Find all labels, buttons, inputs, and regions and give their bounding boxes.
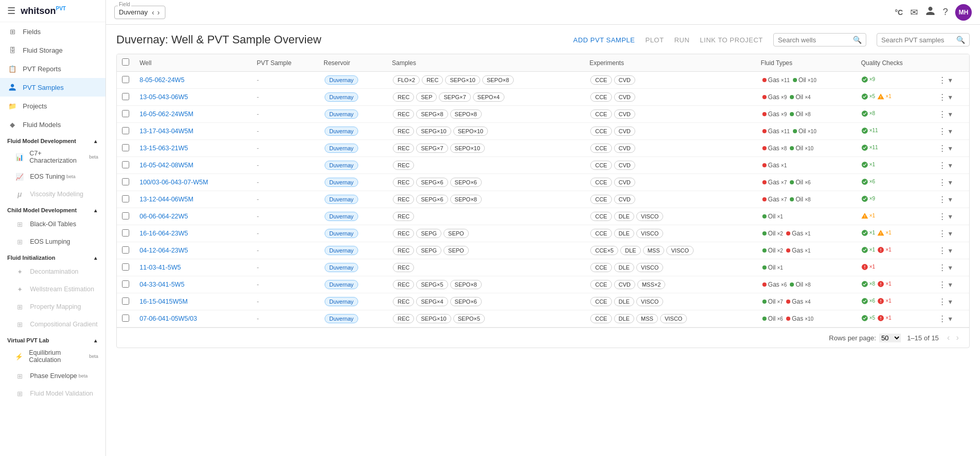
- expand-row-button[interactable]: ▾: [948, 212, 952, 221]
- sidebar-item-equilibrium[interactable]: ⚡ Equilibrium Calculation beta: [0, 345, 105, 367]
- field-next-button[interactable]: ›: [156, 8, 161, 17]
- add-pvt-sample-button[interactable]: ADD PVT SAMPLE: [573, 36, 635, 44]
- more-options-button[interactable]: ⋮: [938, 297, 946, 307]
- more-options-button[interactable]: ⋮: [938, 75, 946, 85]
- expand-row-button[interactable]: ▾: [948, 127, 952, 135]
- more-options-button[interactable]: ⋮: [938, 280, 946, 290]
- sidebar-item-fluid-validation[interactable]: ⊞ Fluid Model Validation: [0, 385, 105, 402]
- run-button[interactable]: RUN: [674, 36, 690, 44]
- row-checkbox[interactable]: [122, 229, 129, 237]
- section-fluid-init[interactable]: Fluid Initialization ▲: [0, 250, 105, 263]
- sidebar-item-eos-tuning[interactable]: 📈 EOS Tuning beta: [0, 168, 105, 185]
- row-checkbox[interactable]: [122, 315, 129, 322]
- more-options-button[interactable]: ⋮: [938, 229, 946, 239]
- row-checkbox[interactable]: [122, 93, 129, 100]
- message-icon[interactable]: ✉: [910, 7, 918, 18]
- section-child-model-dev[interactable]: Child Model Development ▲: [0, 203, 105, 215]
- sidebar-item-c7-char[interactable]: 📊 C7+ Characterization beta: [0, 146, 105, 168]
- experiment-chip: CVD: [614, 178, 635, 187]
- search-wells-box[interactable]: 🔍: [773, 33, 866, 46]
- sidebar-item-eos-lumping[interactable]: ⊞ EOS Lumping: [0, 233, 105, 250]
- rows-per-page-select[interactable]: 50 25 100: [879, 334, 901, 342]
- row-checkbox[interactable]: [122, 178, 129, 185]
- cell-quality-checks: ×6 ×1: [856, 293, 933, 310]
- row-checkbox[interactable]: [122, 76, 129, 83]
- expand-row-button[interactable]: ▾: [948, 76, 952, 84]
- sidebar-item-projects[interactable]: 📁 Projects: [0, 97, 105, 115]
- expand-row-button[interactable]: ▾: [948, 195, 952, 203]
- sidebar-item-wellstream[interactable]: ✦ Wellstream Estimation: [0, 280, 105, 298]
- search-samples-input[interactable]: [881, 36, 953, 44]
- temperature-icon[interactable]: °C: [895, 8, 903, 17]
- hamburger-icon[interactable]: ☰: [7, 5, 16, 17]
- cell-well: 07-06-041-05W5/03: [134, 310, 252, 327]
- sidebar-item-fields[interactable]: ⊞ Fields: [0, 22, 105, 41]
- more-options-button[interactable]: ⋮: [938, 161, 946, 170]
- cell-fluid-types: Oil ×1: [756, 208, 856, 225]
- help-icon[interactable]: ?: [943, 7, 948, 18]
- chevron-up-icon[interactable]: ▲: [93, 138, 98, 144]
- sidebar-item-phase-envelope[interactable]: ⊞ Phase Envelope beta: [0, 367, 105, 385]
- expand-row-button[interactable]: ▾: [948, 246, 952, 255]
- more-options-button[interactable]: ⋮: [938, 109, 946, 119]
- more-options-button[interactable]: ⋮: [938, 92, 946, 102]
- field-selector[interactable]: Field Duvernay ‹ ›: [114, 6, 165, 19]
- cell-samples: RECSEPG×6SEPO×6: [387, 174, 584, 191]
- more-options-button[interactable]: ⋮: [938, 212, 946, 222]
- chevron-up-icon[interactable]: ▲: [93, 208, 98, 213]
- chevron-up-icon[interactable]: ▲: [93, 255, 98, 261]
- expand-row-button[interactable]: ▾: [948, 315, 952, 323]
- expand-row-button[interactable]: ▾: [948, 297, 952, 306]
- sidebar-item-label: Fluid Storage: [23, 46, 63, 54]
- more-options-button[interactable]: ⋮: [938, 314, 946, 324]
- sidebar-item-fluid-storage[interactable]: 🗄 Fluid Storage: [0, 41, 105, 59]
- expand-row-button[interactable]: ▾: [948, 93, 952, 101]
- more-options-button[interactable]: ⋮: [938, 144, 946, 153]
- gas-dot: [786, 248, 790, 253]
- more-options-button[interactable]: ⋮: [938, 127, 946, 136]
- link-to-project-button[interactable]: LINK TO PROJECT: [700, 36, 763, 44]
- row-checkbox[interactable]: [122, 212, 129, 219]
- row-checkbox[interactable]: [122, 280, 129, 288]
- more-options-button[interactable]: ⋮: [938, 246, 946, 256]
- row-checkbox[interactable]: [122, 127, 129, 134]
- row-checkbox[interactable]: [122, 110, 129, 117]
- row-checkbox[interactable]: [122, 195, 129, 202]
- row-checkbox[interactable]: [122, 263, 129, 271]
- sidebar-item-decontamination[interactable]: ✦ Decontamination: [0, 263, 105, 280]
- select-all-checkbox[interactable]: [122, 58, 129, 66]
- row-checkbox[interactable]: [122, 144, 129, 151]
- section-virtual-pvt-lab[interactable]: Virtual PVT Lab ▲: [0, 333, 105, 345]
- sidebar-item-pvt-reports[interactable]: 📋 PVT Reports: [0, 59, 105, 78]
- sidebar-item-viscosity[interactable]: μ Viscosity Modeling: [0, 185, 105, 203]
- expand-row-button[interactable]: ▾: [948, 263, 952, 272]
- pagination-next-button[interactable]: ›: [954, 332, 961, 343]
- sidebar-item-property-mapping[interactable]: ⊞ Property Mapping: [0, 298, 105, 316]
- section-fluid-model-dev[interactable]: Fluid Model Development ▲: [0, 134, 105, 146]
- search-wells-input[interactable]: [778, 36, 850, 44]
- more-options-button[interactable]: ⋮: [938, 263, 946, 273]
- pagination-prev-button[interactable]: ‹: [945, 332, 952, 343]
- expand-row-button[interactable]: ▾: [948, 144, 952, 152]
- cell-samples: RECSEPGSEPO: [387, 242, 584, 259]
- plot-button[interactable]: PLOT: [645, 36, 664, 44]
- user-avatar[interactable]: MH: [955, 4, 972, 21]
- row-checkbox[interactable]: [122, 161, 129, 168]
- expand-row-button[interactable]: ▾: [948, 178, 952, 186]
- sidebar-item-black-oil[interactable]: ⊞ Black-Oil Tables: [0, 215, 105, 233]
- expand-row-button[interactable]: ▾: [948, 280, 952, 289]
- sidebar-item-pvt-samples[interactable]: PVT Samples: [0, 78, 105, 97]
- row-checkbox[interactable]: [122, 297, 129, 305]
- more-options-button[interactable]: ⋮: [938, 195, 946, 205]
- sidebar-item-fluid-models[interactable]: ◆ Fluid Models: [0, 115, 105, 134]
- expand-row-button[interactable]: ▾: [948, 161, 952, 169]
- expand-row-button[interactable]: ▾: [948, 110, 952, 118]
- chevron-up-icon[interactable]: ▲: [93, 338, 98, 343]
- row-checkbox[interactable]: [122, 246, 129, 254]
- field-prev-button[interactable]: ‹: [151, 8, 156, 17]
- sidebar-item-comp-gradient[interactable]: ⊞ Compositional Gradient: [0, 316, 105, 333]
- account-icon[interactable]: [925, 6, 936, 19]
- expand-row-button[interactable]: ▾: [948, 229, 952, 238]
- more-options-button[interactable]: ⋮: [938, 178, 946, 187]
- search-samples-box[interactable]: 🔍: [877, 33, 970, 46]
